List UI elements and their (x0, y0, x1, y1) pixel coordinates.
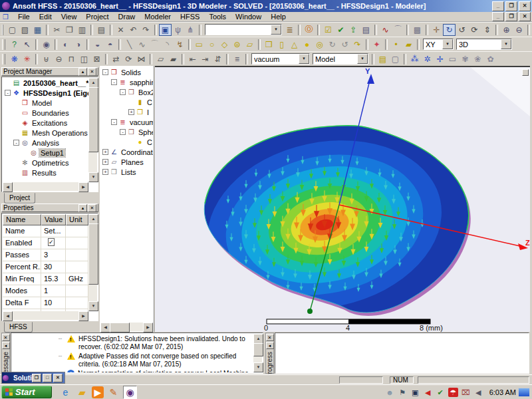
enabled-checkbox[interactable] (48, 238, 55, 246)
expand-box[interactable]: + (102, 169, 108, 175)
menu-window[interactable]: Window (231, 12, 266, 22)
property-row[interactable]: Modes1 (3, 285, 88, 297)
profile-icon[interactable]: ≣ (283, 24, 296, 36)
draw-cone-icon[interactable]: △ (288, 39, 301, 51)
property-value[interactable]: 10 (41, 297, 66, 309)
scroll-left-button[interactable] (3, 182, 13, 192)
print-icon[interactable]: ▤ (95, 24, 108, 36)
scroll-down-button[interactable] (88, 172, 98, 182)
title-bar[interactable]: Ansoft HFSS - 20150306_heart__ - HFSSDes… (0, 0, 532, 12)
split-icon[interactable]: ◫ (78, 53, 90, 65)
draw-line-icon[interactable]: ╲ (123, 39, 136, 51)
paint-icon[interactable]: ✎ (106, 386, 120, 399)
maximize-button[interactable]: □ (43, 374, 52, 382)
draw-equation-surface-icon[interactable]: ▱ (243, 39, 256, 51)
fields-icon[interactable]: ❋ (8, 53, 21, 65)
options1-icon[interactable]: ✾ (459, 53, 471, 65)
menu-modeler[interactable]: Modeler (140, 12, 176, 22)
menu-tools[interactable]: Tools (204, 12, 231, 22)
solutions-window[interactable]: Solutions: 2... ❐□✕ (1, 372, 65, 384)
unite-icon[interactable]: ⊎ (40, 53, 53, 65)
draw-spiral-icon[interactable]: ↺ (338, 39, 351, 51)
tree-item-coordinate-systems[interactable]: +∠Coordinate S (100, 147, 153, 157)
messenger-icon[interactable]: ☻ (385, 388, 395, 397)
property-row[interactable]: Percent R...30 (3, 261, 88, 273)
rotate-model-icon[interactable]: ↻ (443, 24, 456, 36)
draw-arc-3pt-icon[interactable]: ◝ (161, 39, 174, 51)
combobox-dropdown-button[interactable]: ▼ (442, 39, 453, 49)
view-orient-icon[interactable]: ◒ (91, 39, 104, 51)
project-tree-hscrollbar[interactable] (3, 182, 88, 191)
dynamic-zoom-icon[interactable]: ⇕ (481, 24, 493, 36)
draw-rectangle-icon[interactable]: ▭ (193, 39, 205, 51)
open-icon[interactable]: ▧ (19, 24, 31, 36)
draw-torus-icon[interactable]: ◎ (313, 39, 326, 51)
view-combobox[interactable]: 3D▼ (456, 39, 512, 50)
submit-analysis-icon[interactable]: ⇪ (347, 24, 360, 36)
column-header-unit[interactable]: Unit (66, 214, 88, 225)
redo-icon[interactable]: ↷ (140, 24, 152, 36)
scroll-left-button[interactable] (3, 311, 13, 321)
help-icon[interactable]: ? (8, 39, 21, 51)
paste-icon[interactable]: ▥ (76, 24, 88, 36)
menu-file[interactable]: File (13, 12, 35, 22)
project-tree[interactable]: ▤20150306_heart__*-❖HFSSDesign1 (Eige❒Mo… (3, 78, 88, 182)
tree-item-solids[interactable]: -❒Solids (100, 67, 153, 77)
restore-button[interactable]: ❐ (505, 12, 517, 21)
property-row[interactable]: Delta F10 (3, 297, 88, 309)
delete-icon[interactable]: ✕ (114, 24, 127, 36)
collapse-box[interactable]: - (111, 119, 117, 125)
collapse-button[interactable]: ▴ (78, 68, 87, 76)
scroll-right-button[interactable] (78, 182, 88, 192)
scroll-thumb[interactable] (253, 343, 263, 356)
column-header-name[interactable]: Name (3, 214, 41, 225)
undo-icon[interactable]: ↶ (127, 24, 140, 36)
expand-box[interactable]: + (128, 109, 134, 115)
intersect-icon[interactable]: ⊓ (65, 53, 78, 65)
property-row[interactable]: Passes3 (3, 249, 88, 261)
history-combobox[interactable]: ▼ (205, 24, 282, 35)
media-player-icon[interactable]: ▶ (92, 386, 104, 398)
draw-equation-curve-icon[interactable]: ↯ (174, 39, 186, 51)
view-visibility-icon[interactable]: ◐ (59, 39, 72, 51)
close-button[interactable]: ✕ (88, 204, 96, 212)
collapse-box[interactable]: - (13, 140, 19, 146)
scale-icon[interactable]: ▱ (154, 53, 167, 65)
viewport-splitter-handle[interactable] (522, 69, 529, 76)
tree-item-setup1[interactable]: ◎Setup1 (3, 148, 88, 158)
property-value[interactable]: 1 (41, 285, 66, 297)
scroll-down-button[interactable] (88, 301, 98, 311)
solution-data-icon[interactable]: ▤ (360, 24, 372, 36)
mirror-icon[interactable]: ⇵ (211, 53, 224, 65)
tree-item-project[interactable]: ▤20150306_heart__* (3, 78, 88, 88)
close-button[interactable]: ✕ (88, 68, 96, 76)
message-vscrollbar[interactable] (253, 334, 262, 372)
view-orient2-icon[interactable]: ◓ (104, 39, 116, 51)
tree-item-excitations[interactable]: ◈Excitations (3, 118, 88, 128)
offline-files-icon[interactable]: ⚑ (398, 388, 408, 397)
menu-draw[interactable]: Draw (114, 12, 140, 22)
duplicate-line-icon[interactable]: ⇄ (110, 53, 122, 65)
tree-item-analysis[interactable]: -◎Analysis (3, 138, 88, 148)
view-visibility2-icon[interactable]: ◑ (72, 39, 84, 51)
separate-bodies-icon[interactable]: ⊠ (90, 53, 103, 65)
properties-hscrollbar[interactable] (3, 311, 88, 320)
message-list[interactable]: ╌HFSSDesign1: Solutions have been invali… (12, 334, 253, 372)
project-manager-header[interactable]: Project Manager ▴✕ (1, 67, 98, 76)
rotate-axis-icon[interactable]: ↺ (456, 24, 468, 36)
combobox-dropdown-button[interactable]: ▼ (357, 54, 368, 64)
options2-icon[interactable]: ❀ (471, 53, 484, 65)
show-hide-icon[interactable]: ◉ (40, 39, 53, 51)
property-value[interactable]: Set... (41, 225, 66, 237)
volume-alert-icon[interactable]: ◀ (423, 388, 433, 397)
close-button[interactable]: ✕ (266, 334, 274, 341)
options3-icon[interactable]: ✿ (484, 53, 497, 65)
collapse-box[interactable]: - (5, 90, 11, 96)
combobox-dropdown-button[interactable]: ▼ (501, 39, 511, 49)
message-manager-strip[interactable]: ✕◂ Message (1, 332, 10, 374)
zoom-in-rect-icon[interactable]: ⊕ (500, 24, 513, 36)
property-value[interactable]: 3 (41, 249, 66, 261)
message-row[interactable]: ╌HFSSDesign1: Solutions have been invali… (12, 335, 253, 351)
draw-helix-icon[interactable]: ↻ (326, 39, 338, 51)
tree-item-sphere[interactable]: -❒Sphe (100, 127, 153, 137)
